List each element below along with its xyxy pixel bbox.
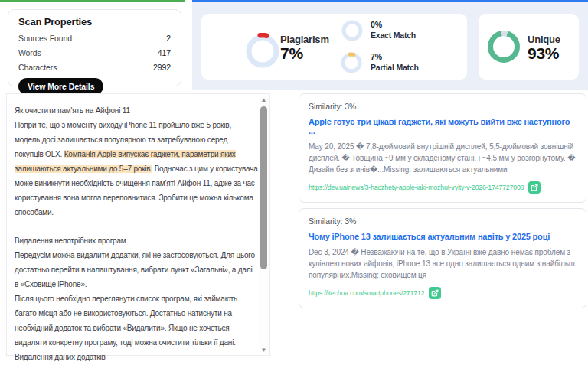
document-heading: Як очистити пам'ять на Айфоні 11: [15, 103, 258, 118]
scan-row-value: 2992: [153, 60, 171, 75]
partial-match-donut: [340, 51, 363, 74]
scan-row-words: Words 417: [18, 46, 171, 60]
scan-properties-card: Scan Properties Sources Found 2 Words 41…: [8, 9, 181, 86]
results-column: Similarity: 3% Apple готує три цікаві га…: [299, 93, 586, 314]
scroll-thumb[interactable]: [260, 106, 267, 269]
scan-row-sources: Sources Found 2: [18, 31, 171, 46]
partial-match-value: 7%: [371, 52, 382, 61]
exact-match-donut: [341, 19, 364, 42]
scan-row-value: 417: [158, 46, 171, 60]
document-paragraph: Передусім можна видалити додатки, які не…: [15, 248, 258, 292]
document-section-title: Видалення непотрібних програм: [15, 233, 258, 248]
result-title-link[interactable]: Apple готує три цікаві гаджети, які можу…: [309, 117, 577, 135]
result-url-link[interactable]: https://itechua.com/smartphones/271712: [309, 289, 424, 297]
scan-row-characters: Characters 2992: [18, 60, 171, 75]
result-card: Similarity: 3% Чому iPhone 13 залишаєтьс…: [299, 208, 586, 308]
result-url-link[interactable]: https://dev.ua/news/3-hadzhety-apple-iak…: [309, 184, 524, 191]
triangle-down-icon[interactable]: ▼: [259, 345, 269, 354]
scan-row-label: Words: [18, 46, 41, 60]
document-paragraph: Після цього необхідно переглянути список…: [15, 292, 258, 350]
scan-properties-title: Scan Properties: [18, 16, 171, 28]
partial-match-label: Partial Match: [371, 63, 419, 72]
result-card: Similarity: 3% Apple готує три цікаві га…: [299, 93, 586, 203]
result-url-row: https://itechua.com/smartphones/271712: [309, 287, 577, 299]
external-link-icon: [431, 289, 439, 297]
summary-panel: Plagiarism 7% 0% Exact Match 7% Partial …: [192, 0, 588, 90]
external-link-button[interactable]: [429, 287, 441, 299]
result-snippet: May 20, 2025 � 7,8-дюймовий внутрішній д…: [309, 141, 577, 175]
external-link-button[interactable]: [528, 181, 541, 194]
similarity-label: Similarity: 3%: [309, 217, 577, 226]
green-accent-line: [0, 0, 185, 2]
plagiarism-value: 7%: [280, 44, 303, 63]
triangle-up-icon[interactable]: ▲: [259, 95, 269, 104]
result-title-link[interactable]: Чому iPhone 13 залишається актуальним на…: [309, 232, 577, 241]
plagiarism-summary-card: Plagiarism 7% 0% Exact Match 7% Partial …: [201, 14, 467, 80]
unique-label: Unique: [528, 34, 560, 45]
result-url-row: https://dev.ua/news/3-hadzhety-apple-iak…: [309, 181, 577, 194]
exact-match-label: Exact Match: [371, 31, 416, 40]
similarity-label: Similarity: 3%: [309, 102, 577, 111]
document-panel: Як очистити пам'ять на Айфоні 11 Попри т…: [6, 93, 270, 356]
scan-row-value: 2: [166, 31, 171, 46]
scan-row-label: Characters: [18, 60, 57, 75]
document-text: Як очистити пам'ять на Айфоні 11 Попри т…: [15, 103, 258, 365]
scan-row-label: Sources Found: [18, 31, 72, 46]
result-snippet: Dec 3, 2024 � Незважаючи на те, що в Укр…: [309, 246, 577, 281]
exact-match-value: 0%: [371, 20, 382, 29]
document-paragraph: Попри те, що з моменту виходу iPhone 11 …: [15, 118, 258, 220]
scrollbar[interactable]: ▲ ▼: [259, 95, 269, 354]
view-more-details-button[interactable]: View More Details: [18, 78, 103, 95]
external-link-icon: [531, 184, 538, 191]
plagiarism-label: Plagiarism: [280, 34, 329, 45]
unique-value: 93%: [528, 44, 559, 63]
unique-donut: [486, 29, 521, 64]
plagiarism-donut: [244, 33, 281, 70]
document-section-title: Видалення даних додатків: [15, 350, 258, 364]
unique-summary-card: Unique 93%: [479, 14, 579, 80]
